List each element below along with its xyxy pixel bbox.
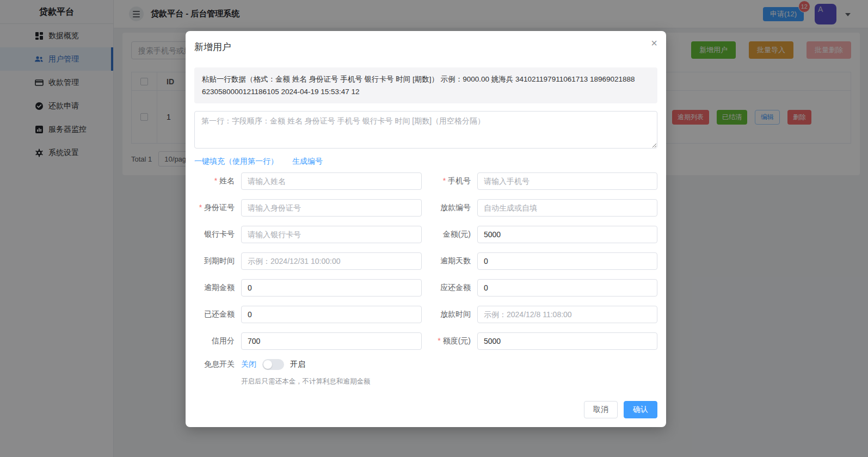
repaid-amount-field[interactable] [241,306,422,323]
phone-label: 手机号 [422,176,477,186]
modal-footer: 取消 确认 [584,401,657,418]
name-field[interactable] [241,172,422,190]
quota-field[interactable] [477,332,657,350]
toggle-on-label: 开启 [290,360,305,369]
quota-label: 额度(元) [422,336,477,346]
paste-data-textarea[interactable] [194,111,657,149]
modal-title: 新增用户 [194,41,657,53]
phone-field[interactable] [477,172,657,190]
paste-format-hint: 粘贴一行数据（格式：金额 姓名 身份证号 手机号 银行卡号 时间 [期数]） 示… [194,67,657,103]
bank-card-label: 银行卡号 [194,230,241,239]
name-label: 姓名 [194,176,241,186]
loan-number-field[interactable] [477,199,657,217]
amount-field[interactable] [477,226,657,243]
add-user-modal: 新增用户 × 粘贴一行数据（格式：金额 姓名 身份证号 手机号 银行卡号 时间 … [186,31,666,427]
credit-score-label: 信用分 [194,336,241,346]
overdue-days-field[interactable] [477,252,657,270]
credit-score-field[interactable] [241,332,422,350]
amount-label: 金额(元) [422,230,477,239]
cancel-button[interactable]: 取消 [584,401,618,418]
due-time-field[interactable] [241,252,422,270]
app: 贷款平台 数据概览 用户管理 收款管理 还款申请 [0,0,868,457]
interest-free-toggle-row: 关闭 开启 [241,359,657,370]
toggle-off-label: 关闭 [241,360,256,369]
interest-free-helper-text: 开启后只需还本金，不计算利息和逾期金额 [241,377,657,386]
quick-links: 一键填充（使用第一行） 生成编号 [194,157,657,166]
id-card-field[interactable] [241,199,422,217]
add-user-form: 姓名 手机号 身份证号 放款编号 银行卡号 金额(元) 到期时间 逾期天数 逾期… [194,172,657,386]
interest-free-label: 免息开关 [194,360,241,369]
overdue-days-label: 逾期天数 [422,256,477,266]
due-time-label: 到期时间 [194,256,241,266]
grant-time-field[interactable] [477,306,657,323]
id-card-label: 身份证号 [194,203,241,213]
confirm-button[interactable]: 确认 [624,401,657,418]
repaid-amount-label: 已还金额 [194,310,241,319]
overdue-amount-label: 逾期金额 [194,283,241,293]
overdue-amount-field[interactable] [241,279,422,297]
grant-time-label: 放款时间 [422,310,477,319]
switch-knob [263,360,272,369]
one-click-fill-link[interactable]: 一键填充（使用第一行） [194,157,278,166]
bank-card-field[interactable] [241,226,422,243]
close-icon[interactable]: × [651,38,657,48]
repayable-amount-field[interactable] [477,279,657,297]
loan-number-label: 放款编号 [422,203,477,213]
repayable-amount-label: 应还金额 [422,283,477,293]
generate-number-link[interactable]: 生成编号 [292,157,323,166]
interest-free-switch[interactable] [262,359,284,370]
